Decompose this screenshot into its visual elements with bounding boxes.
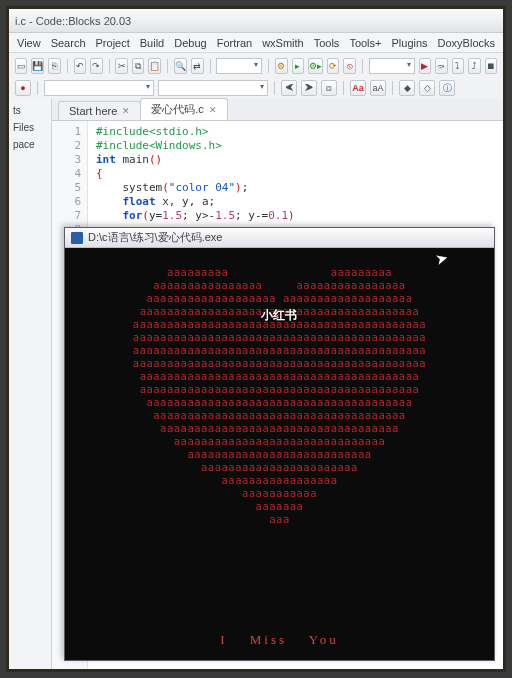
panel-tab-files[interactable]: Files	[13, 122, 47, 133]
line-number: 7	[52, 209, 81, 223]
separator	[210, 59, 211, 73]
console-line: aaaaaaaaaaaaaaaaaaaaaaaaaaaaaaaaaaaaaaaa…	[65, 344, 494, 357]
build-run-icon[interactable]: ⚙▸	[308, 58, 323, 74]
console-window[interactable]: D:\c语言\练习\爱心代码.exe aaaaaaaaa aaaaaaaaaaa…	[64, 227, 495, 661]
build-target-dropdown[interactable]	[216, 58, 262, 74]
close-icon[interactable]: ✕	[209, 105, 217, 115]
tab-start-here[interactable]: Start here ✕	[58, 101, 141, 120]
toolbar-area: ▭ 💾 ⎘ ↶ ↷ ✂ ⧉ 📋 🔍 ⇄ ⚙ ▸ ⚙▸ ⟳ ⦸ ▶ ⤼ ⤵	[9, 53, 503, 102]
console-line: aaaaaaaaaaaaaaaaaaaaaaaaaaaaaaaaaaaaaaaa…	[65, 383, 494, 396]
step-out-icon[interactable]: ⤴	[468, 58, 480, 74]
tab-source-file[interactable]: 爱心代码.c ✕	[140, 98, 228, 120]
app-frame: i.c - Code::Blocks 20.03 View Search Pro…	[6, 6, 506, 672]
rebuild-icon[interactable]: ⟳	[327, 58, 339, 74]
open-icon[interactable]: ▭	[15, 58, 27, 74]
abort-icon[interactable]: ⦸	[343, 58, 355, 74]
build-icon[interactable]: ⚙	[275, 58, 287, 74]
plugin-icon[interactable]: ◆	[399, 80, 415, 96]
console-app-icon	[71, 232, 83, 244]
separator	[67, 59, 68, 73]
debug-target-dropdown[interactable]	[369, 58, 415, 74]
menu-fortran[interactable]: Fortran	[217, 37, 252, 49]
tab-label: Start here	[69, 105, 117, 117]
saveall-icon[interactable]: ⎘	[48, 58, 60, 74]
separator	[37, 81, 38, 95]
console-line: aaaaaaaaaaaaaaaa aaaaaaaaaaaaaaaa	[65, 279, 494, 292]
tab-label: 爱心代码.c	[151, 102, 204, 117]
menu-wxsmith[interactable]: wxSmith	[262, 37, 304, 49]
menu-project[interactable]: Project	[96, 37, 130, 49]
console-line: aaaaaaaaaaa	[65, 487, 494, 500]
close-icon[interactable]: ✕	[122, 106, 130, 116]
run-icon[interactable]: ▸	[292, 58, 304, 74]
nav-back-icon[interactable]: ⮜	[281, 80, 297, 96]
editor-tabs: Start here ✕ 爱心代码.c ✕	[52, 99, 503, 121]
line-number: 6	[52, 195, 81, 209]
stop-debug-icon[interactable]: ⏹	[485, 58, 497, 74]
console-line: aaaaaaaaaaaaaaaaa	[65, 474, 494, 487]
separator	[167, 59, 168, 73]
line-number: 1	[52, 125, 81, 139]
menu-build[interactable]: Build	[140, 37, 164, 49]
window-title: i.c - Code::Blocks 20.03	[15, 15, 131, 27]
replace-icon[interactable]: ⇄	[191, 58, 203, 74]
bookmark-icon[interactable]: ⧈	[321, 80, 337, 96]
console-message: I Miss You	[65, 632, 494, 648]
toolbar-row-1: ▭ 💾 ⎘ ↶ ↷ ✂ ⧉ 📋 🔍 ⇄ ⚙ ▸ ⚙▸ ⟳ ⦸ ▶ ⤼ ⤵	[15, 56, 497, 76]
console-line: aaaaaaaaaaaaaaaaaaaaaaaaaaaaaaaaaaaaaaa	[65, 396, 494, 409]
console-line: aaaaaaaaaaaaaaaaaaaaaaaaaaaaaaaaaaa	[65, 422, 494, 435]
redo-icon[interactable]: ↷	[90, 58, 102, 74]
cut-icon[interactable]: ✂	[115, 58, 127, 74]
separator	[274, 81, 275, 95]
separator	[268, 59, 269, 73]
separator	[392, 81, 393, 95]
menu-view[interactable]: View	[17, 37, 41, 49]
console-line: aaaaaaaaaaaaaaaaaaa aaaaaaaaaaaaaaaaaaa	[65, 292, 494, 305]
line-number: 3	[52, 153, 81, 167]
line-number: 5	[52, 181, 81, 195]
info-icon[interactable]: ⓘ	[439, 80, 455, 96]
console-line: aaaaaaaaaaaaaaaaaaaaaaaaaaaaaaaaaaaaa	[65, 409, 494, 422]
panel-tab-projects[interactable]: ts	[13, 105, 47, 116]
console-line: aaaaaaaaaaaaaaaaaaaaaaa	[65, 461, 494, 474]
step-into-icon[interactable]: ⤵	[452, 58, 464, 74]
function-dropdown[interactable]	[158, 80, 268, 96]
line-number: 4	[52, 167, 81, 181]
undo-icon[interactable]: ↶	[74, 58, 86, 74]
find-icon[interactable]: 🔍	[174, 58, 187, 74]
menu-search[interactable]: Search	[51, 37, 86, 49]
menu-plugins[interactable]: Plugins	[391, 37, 427, 49]
console-line: aaaaaaa	[65, 500, 494, 513]
console-line: aaa	[65, 513, 494, 526]
separator	[343, 81, 344, 95]
separator	[362, 59, 363, 73]
paste-icon[interactable]: 📋	[148, 58, 161, 74]
console-line: aaaaaaaaaaaaaaaaaaaaaaaaaaaaaaaaaaaaaaaa…	[65, 370, 494, 383]
debug-start-icon[interactable]: ▶	[419, 58, 431, 74]
copy-icon[interactable]: ⧉	[132, 58, 144, 74]
scope-dropdown[interactable]	[44, 80, 154, 96]
plugin2-icon[interactable]: ◇	[419, 80, 435, 96]
watermark: 小红书	[261, 307, 297, 324]
line-number: 2	[52, 139, 81, 153]
console-line: aaaaaaaaaaaaaaaaaaaaaaaaaaaaaaaaaaaaaaaa…	[65, 357, 494, 370]
save-icon[interactable]: 💾	[31, 58, 44, 74]
console-title-text: D:\c语言\练习\爱心代码.exe	[88, 230, 222, 245]
highlight-icon[interactable]: Aa	[350, 80, 366, 96]
panel-tab-workspace[interactable]: pace	[13, 139, 47, 150]
menu-doxyblocks[interactable]: DoxyBlocks	[438, 37, 495, 49]
console-line: aaaaaaaaaaaaaaaaaaaaaaaaaaaaaaaaaaaaaaaa…	[65, 331, 494, 344]
management-panel[interactable]: ts Files pace	[9, 99, 52, 669]
menubar: View Search Project Build Debug Fortran …	[9, 33, 503, 53]
nav-fwd-icon[interactable]: ⮞	[301, 80, 317, 96]
toolbar-row-2: ● ⮜ ⮞ ⧈ Aa aA ◆ ◇ ⓘ	[15, 78, 497, 98]
console-line: aaaaaaaaaaaaaaaaaaaaaaaaaaaaaaa	[65, 435, 494, 448]
step-over-icon[interactable]: ⤼	[435, 58, 447, 74]
menu-debug[interactable]: Debug	[174, 37, 206, 49]
menu-toolsplus[interactable]: Tools+	[349, 37, 381, 49]
breakpoint-icon[interactable]: ●	[15, 80, 31, 96]
console-titlebar[interactable]: D:\c语言\练习\爱心代码.exe	[65, 228, 494, 248]
separator	[109, 59, 110, 73]
match-case-icon[interactable]: aA	[370, 80, 386, 96]
menu-tools[interactable]: Tools	[314, 37, 340, 49]
